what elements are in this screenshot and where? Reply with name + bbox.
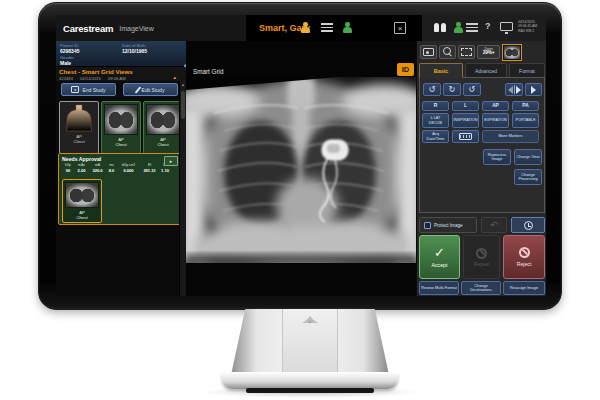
view-thumbnails: APChest APChest APChest [56,99,186,157]
display-settings-button[interactable] [500,22,513,31]
gender-value: Male [60,60,182,66]
marker-expiration-button[interactable]: EXPIRATION [482,113,509,128]
flip-vertical-icon [531,86,536,94]
viewport-title: Smart Grid [193,68,223,75]
page: Carestream ImageView Smart, Gary × ? [0,0,600,400]
fit-to-window-button[interactable] [458,45,475,59]
chest-xray-image[interactable] [186,77,416,263]
tech-status-icon[interactable] [453,22,463,33]
edit-icon [134,86,141,93]
undo-icon: ↶ [490,220,498,230]
patient-record-icon[interactable] [300,22,310,33]
study-title: Chest - Smart Grid Views [59,68,183,75]
marker-r-button[interactable]: R [422,101,449,111]
top-bar: Carestream ImageView Smart, Gary × ? [56,15,546,41]
rotate-left-icon: ↺ [428,85,435,95]
person-icon [300,22,310,33]
scroll-thumb[interactable] [181,91,185,119]
close-icon: × [398,24,403,33]
worklist-icon[interactable] [321,23,333,32]
study-sidebar: Patient ID 6298345 Gender Male Date of B… [56,41,186,296]
technique-values: 902.00320.08.00.000291.311.10 [62,168,179,173]
change-view-button[interactable]: Change View [514,149,542,165]
end-study-icon: ▸ [71,86,79,93]
rotate-180-button[interactable]: ↻ [463,83,481,96]
change-destinations-button[interactable]: Change Destinations [461,281,501,295]
marker-inspiration-button[interactable]: INSPIRATION [452,113,479,128]
close-study-button[interactable]: × [394,22,406,34]
keyboard-icon [459,133,472,140]
exposure-history-button[interactable] [511,217,545,233]
edit-study-button[interactable]: Edit Study [123,83,178,96]
reassign-image-button[interactable]: Reassign Image [503,281,545,295]
tab-format[interactable]: Format [509,63,545,78]
thumbnail-pictogram[interactable]: APChest [59,101,99,154]
end-study-button[interactable]: ▸ End Study [61,83,116,96]
magnifier-icon [443,47,453,57]
reprocess-image-button[interactable]: Reprocess Image [483,149,511,165]
dob-value: 12/10/1965 [122,48,147,54]
image-display-button[interactable] [420,45,437,59]
check-icon: ✓ [434,246,445,259]
screen: Carestream ImageView Smart, Gary × ? [56,15,546,296]
zoom-level-dropdown[interactable]: Zoom 29%▾ [477,45,500,59]
repeat-button: Repeat [463,235,500,279]
tab-basic[interactable]: Basic [419,63,463,78]
patient-info-panel: Patient ID 6298345 Gender Male Date of B… [56,41,186,67]
tab-advanced[interactable]: Advanced [465,63,507,78]
marker-l-button[interactable]: L [452,101,479,111]
monitor-bezel: Carestream ImageView Smart, Gary × ? [38,2,562,310]
thumbnail-needs-approval[interactable]: APChest [62,179,102,223]
xray-thumb [65,182,99,208]
image-viewport[interactable]: Smart Grid ID [186,41,416,296]
change-processing-button[interactable]: Change Processing [514,169,542,185]
marker-pa-button[interactable]: PA [512,101,539,111]
brand-name: Carestream [63,23,113,34]
marker-ap-button[interactable]: AP [482,101,509,111]
chevron-down-icon: ▾ [492,50,494,55]
acq-datetime-button[interactable]: Acq Date/Time [422,130,449,143]
flip-horizontal-icon [508,86,513,94]
rotate-180-icon: ↻ [468,85,475,95]
id-badge[interactable]: ID [397,63,414,76]
menu-icon[interactable] [466,23,478,32]
gloves-icon[interactable] [434,23,446,32]
accept-button[interactable]: ✓ Accept [419,235,460,279]
keyboard-marker-button[interactable] [452,130,479,143]
active-image-thumbnail[interactable] [502,44,522,61]
review-multi-format-button[interactable]: Review Multi-Format [419,281,459,295]
app-logo: Carestream ImageView [56,15,246,41]
rotate-right-button[interactable]: ↻ [443,83,461,96]
reject-button[interactable]: Reject [503,235,545,279]
green-figure-icon [453,22,463,33]
app-name: ImageView [119,25,154,32]
protect-checkbox[interactable] [424,222,431,229]
help-button[interactable]: ? [485,21,491,31]
prohibition-icon [519,247,530,258]
more-markers-button[interactable]: More Markers [482,130,539,143]
fit-screen-icon [461,48,472,56]
xray-thumb [104,104,138,135]
study-header[interactable]: Chest - Smart Grid Views 423484 04/14/20… [56,67,186,81]
marker-llat-decub-button[interactable]: L LAT DECUB [422,113,449,128]
export-button[interactable]: ▸ [164,156,178,166]
study-actions: ▸ End Study Edit Study [56,81,186,99]
help-icon: ? [485,21,491,31]
image-icon [423,48,434,56]
magnify-button[interactable] [439,45,456,59]
flip-horizontal-button[interactable] [505,83,523,96]
flip-vertical-button[interactable] [525,83,542,96]
protect-image-toggle[interactable]: Protect Image [419,217,477,233]
collapse-icon[interactable]: ▲ [173,75,177,80]
basic-tab-panel [419,77,545,213]
station-info: 04/14/2015 09:06:45 AM RAD RM 2 [518,20,546,33]
sidebar-scrollbar[interactable]: ▲ [179,81,186,296]
system-tray: ? 04/14/2015 09:06:45 AM RAD RM 2 [421,15,546,41]
marker-portable-button[interactable]: PORTABLE [512,113,539,128]
patient-status-icon[interactable] [342,22,352,33]
rotate-left-button[interactable]: ↺ [423,83,441,96]
undo-button[interactable]: ↶ [481,217,507,233]
thumbnail-ap-chest-2[interactable]: APChest [143,101,183,154]
monitor-base [222,372,398,389]
thumbnail-ap-chest-1[interactable]: APChest [101,101,141,154]
